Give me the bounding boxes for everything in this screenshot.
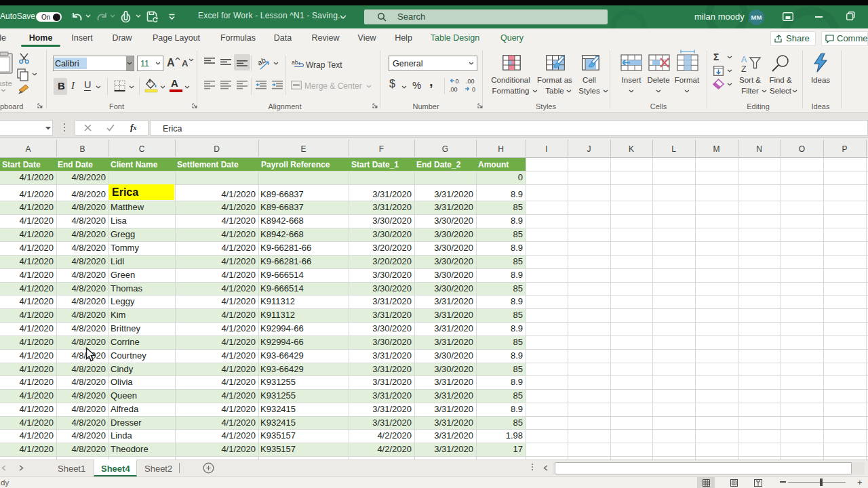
svg-text:.00: .00	[449, 86, 458, 93]
svg-text:ab: ab	[292, 59, 298, 66]
svg-text:0: 0	[472, 86, 475, 93]
svg-text:0: 0	[456, 78, 459, 85]
svg-text:Z: Z	[741, 64, 747, 74]
svg-text:.00: .00	[466, 78, 475, 85]
svg-text:A: A	[741, 55, 747, 64]
